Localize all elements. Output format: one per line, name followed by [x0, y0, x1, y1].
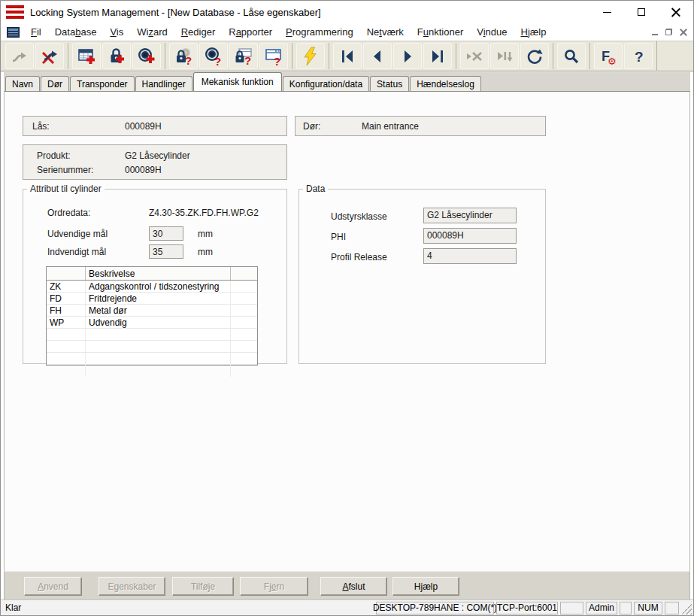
close-button[interactable] [659, 1, 693, 23]
tab-transponder[interactable]: Transponder [70, 76, 135, 91]
menu-vis[interactable]: Vis [103, 25, 130, 39]
hjaelp-button[interactable]: Hjælp [392, 577, 459, 596]
data-group-legend: Data [303, 184, 328, 194]
tab-doer[interactable]: Dør [41, 76, 69, 91]
read-lock-data-button[interactable]: ? [229, 43, 258, 69]
app-window: Locking System Management - [New Databas… [0, 0, 694, 616]
disconnect-button[interactable] [35, 43, 64, 69]
menu-hjaelp[interactable]: Hjælp [514, 25, 553, 39]
inner-dimension-unit: mm [198, 247, 213, 257]
menu-database[interactable]: Database [48, 25, 104, 39]
minimize-button[interactable] [589, 1, 624, 23]
anvend-button[interactable]: Anvend [24, 577, 82, 596]
help-icon: ? [629, 47, 648, 66]
workflow-arrow-button[interactable] [5, 43, 34, 69]
menu-rapporter[interactable]: Rapporter [222, 25, 279, 39]
menu-funktioner[interactable]: Funktioner [411, 25, 470, 39]
status-empty-panel [620, 602, 632, 614]
beskrivelse-header[interactable]: Beskrivelse [86, 267, 231, 280]
skip-down-icon [495, 47, 514, 66]
options-table: Beskrivelse ZK Adgangskontrol / tidszone… [46, 266, 258, 366]
new-locking-plan-button[interactable] [72, 43, 101, 69]
status-com-port: DESKTOP-789HANE : COM(*) [376, 602, 494, 614]
new-lock-button[interactable] [102, 43, 131, 69]
phi-label: PHI [331, 232, 346, 242]
search-icon [562, 47, 581, 66]
first-record-button[interactable] [333, 43, 362, 69]
mdi-minimize-button[interactable] [648, 26, 661, 38]
resize-grip[interactable] [681, 604, 692, 614]
egenskaber-button[interactable]: Egenskaber [98, 577, 165, 596]
equipment-class-label: Udstyrsklasse [331, 211, 387, 222]
afslut-button[interactable]: Afslut [320, 577, 387, 596]
minimize-icon [603, 12, 611, 13]
product-info-box: Produkt: G2 Låsecylinder Serienummer: 00… [23, 144, 287, 180]
statusbar: Klar DESKTOP-789HANE : COM(*) TCP-Port:6… [1, 599, 693, 615]
menu-rediger[interactable]: Rediger [174, 25, 223, 39]
new-transponder-button[interactable] [132, 43, 161, 69]
mdi-close-button[interactable] [677, 26, 689, 38]
data-group: Data Udstyrsklasse G2 Låsecylinder PHI 0… [299, 184, 546, 364]
menubar: Fil Database Vis Wizard Rediger Rapporte… [1, 23, 693, 41]
tab-haendelseslog[interactable]: Hændelseslog [410, 76, 481, 91]
mdi-restore-button[interactable] [662, 26, 675, 38]
cylinder-attributes-group: Attribut til cylinder Ordredata: Z4.30-3… [23, 184, 287, 364]
filter-settings-icon: F ⚙ [599, 47, 618, 66]
next-record-button[interactable] [393, 43, 422, 69]
table-row[interactable]: FH Metal dør [47, 305, 257, 317]
programming-button[interactable] [296, 43, 325, 69]
equipment-class-field[interactable]: G2 Låsecylinder [423, 208, 517, 223]
read-transponder-button[interactable]: ? [199, 43, 228, 69]
status-num-lock: NUM [634, 602, 662, 614]
previous-record-button[interactable] [363, 43, 392, 69]
phi-field[interactable]: 000089H [423, 228, 517, 244]
tab-status[interactable]: Status [370, 76, 409, 91]
mdi-restore-icon [665, 29, 672, 35]
skip-cancel-icon [465, 47, 484, 66]
skip-cancel-button[interactable] [460, 43, 489, 69]
cylinder-attributes-legend: Attribut til cylinder [27, 184, 105, 194]
tab-konfiguration-data[interactable]: Konfiguration/data [283, 76, 369, 91]
last-record-button[interactable] [423, 43, 452, 69]
outer-dimension-field[interactable]: 30 [149, 226, 183, 241]
svg-text:?: ? [274, 55, 280, 66]
skip-down-button[interactable] [490, 43, 519, 69]
read-window-button[interactable]: ? [259, 43, 288, 69]
status-ready-text: Klar [1, 602, 376, 613]
read-lock-icon: ? [174, 47, 193, 66]
disconnect-icon [40, 47, 59, 66]
serial-label: Serienummer: [37, 165, 93, 175]
tilfoeje-button[interactable]: Tilføje [172, 577, 234, 596]
inner-dimension-label: Indvendigt mål [47, 247, 106, 257]
tab-mekanisk-funktion[interactable]: Mekanisk funktion [193, 72, 282, 91]
table-row[interactable]: FD Fritdrejende [47, 293, 257, 305]
menu-wizard[interactable]: Wizard [130, 25, 174, 39]
help-button[interactable]: ? [624, 43, 653, 69]
svg-text:?: ? [185, 54, 192, 66]
outer-dimension-label: Udvendige mål [47, 229, 108, 239]
table-row[interactable]: ZK Adgangskontrol / tidszonestyring [47, 281, 257, 293]
tab-handlinger[interactable]: Handlinger [135, 76, 192, 91]
close-icon [671, 8, 680, 17]
profil-release-field[interactable]: 4 [423, 248, 517, 264]
tab-navn[interactable]: Navn [5, 76, 40, 91]
refresh-button[interactable] [520, 43, 549, 69]
table-row[interactable]: WP Udvendig [47, 317, 257, 329]
fjern-button[interactable]: Fjern [240, 577, 308, 596]
menu-fil[interactable]: Fil [24, 25, 48, 39]
search-button[interactable] [557, 43, 586, 69]
menu-programmering[interactable]: Programmering [279, 25, 360, 39]
document-icon [7, 27, 20, 38]
lock-value: 000089H [125, 121, 162, 132]
inner-dimension-field[interactable]: 35 [149, 244, 183, 259]
last-record-icon [428, 47, 447, 66]
menu-vindue[interactable]: Vindue [470, 25, 514, 39]
maximize-button[interactable] [624, 1, 659, 23]
order-data-label: Ordredata: [47, 208, 90, 218]
svg-text:⚙: ⚙ [608, 56, 617, 66]
filter-settings-button[interactable]: F ⚙ [594, 43, 623, 69]
svg-text:?: ? [244, 54, 251, 66]
window-title: Locking System Management - [New Databas… [30, 7, 589, 18]
menu-netvaerk[interactable]: Netværk [360, 25, 411, 39]
read-lock-button[interactable]: ? [169, 43, 198, 69]
